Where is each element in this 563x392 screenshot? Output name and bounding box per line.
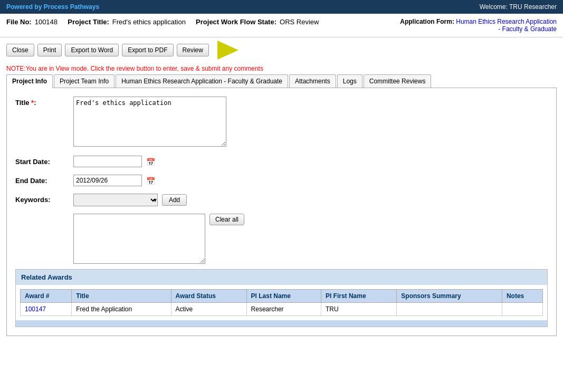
- related-awards-section: Related Awards Award # Title Award Statu…: [15, 269, 548, 327]
- award-status-cell: Active: [171, 303, 246, 316]
- keywords-select[interactable]: [73, 194, 158, 206]
- print-button[interactable]: Print: [37, 44, 62, 56]
- keywords-list-row: Clear all: [73, 214, 548, 264]
- keywords-row: Keywords: ▼ Add: [15, 194, 548, 206]
- tab-attachments[interactable]: Attachments: [289, 74, 336, 88]
- main-content: Title *: Fred's ethics application Start…: [6, 88, 557, 336]
- col-title: Title: [72, 290, 171, 303]
- start-date-row: Start Date: 📅: [15, 156, 548, 167]
- tab-human-ethics[interactable]: Human Ethics Research Application - Facu…: [116, 74, 288, 88]
- powered-by-label: Powered by: [6, 3, 42, 11]
- award-title-cell: Fred the Application: [72, 303, 171, 316]
- notes-cell: [502, 303, 542, 316]
- pi-first-name-cell: TRU: [321, 303, 396, 316]
- project-title-label: Project Title:: [68, 18, 109, 26]
- file-info-right: Application Form: Human Ethics Research …: [400, 18, 557, 33]
- title-row: Title *: Fred's ethics application: [15, 97, 548, 148]
- end-date-row: End Date: 📅: [15, 175, 548, 186]
- keywords-list-textarea[interactable]: [73, 214, 205, 264]
- keyword-input-row: ▼ Add: [73, 194, 548, 206]
- export-word-button[interactable]: Export to Word: [65, 44, 119, 56]
- add-keyword-button[interactable]: Add: [162, 194, 187, 206]
- table-row: 100147 Fred the Application Active Resea…: [21, 303, 543, 316]
- tab-project-info[interactable]: Project Info: [6, 74, 53, 88]
- review-button[interactable]: Review: [177, 44, 209, 56]
- app-form-link[interactable]: Human Ethics Research Application - Facu…: [456, 18, 557, 33]
- toolbar: Close Print Export to Word Export to PDF…: [0, 37, 563, 63]
- col-pi-first-name: PI First Name: [321, 290, 396, 303]
- col-award-no: Award #: [21, 290, 72, 303]
- export-pdf-button[interactable]: Export to PDF: [122, 44, 173, 56]
- tab-committee-reviews[interactable]: Committee Reviews: [364, 74, 432, 88]
- required-marker: *: [31, 99, 34, 107]
- note-text: NOTE:You are in View mode. Click the rev…: [6, 65, 263, 72]
- brand-text: Powered by Process Pathways: [6, 3, 99, 11]
- file-no-label: File No:: [6, 18, 32, 26]
- note-bar: NOTE:You are in View mode. Click the rev…: [0, 63, 563, 74]
- tab-logs[interactable]: Logs: [337, 74, 362, 88]
- awards-table: Award # Title Award Status PI Last Name …: [20, 289, 543, 316]
- brand-name: Process Pathways: [44, 3, 99, 11]
- award-no-link[interactable]: 100147: [25, 305, 46, 313]
- awards-table-header-row: Award # Title Award Status PI Last Name …: [21, 290, 543, 303]
- title-control: Fred's ethics application: [73, 97, 548, 148]
- tabs-container: Project Info Project Team Info Human Eth…: [6, 74, 557, 88]
- arrow-icon: [217, 41, 238, 60]
- col-sponsors: Sponsors Summary: [397, 290, 502, 303]
- workflow-state: ORS Review: [280, 18, 319, 26]
- end-date-calendar-icon[interactable]: 📅: [146, 177, 155, 185]
- end-date-label: End Date:: [15, 175, 73, 185]
- start-date-calendar-icon[interactable]: 📅: [146, 158, 155, 166]
- project-title-value: Fred's ethics application: [112, 18, 186, 26]
- file-no-value: 100148: [35, 18, 58, 26]
- file-info-bar: File No: 100148 Project Title: Fred's et…: [0, 14, 563, 37]
- title-textarea[interactable]: Fred's ethics application: [73, 97, 226, 147]
- col-notes: Notes: [502, 290, 542, 303]
- welcome-text: Welcome: TRU Researcher: [480, 3, 557, 11]
- clear-all-button[interactable]: Clear all: [209, 214, 244, 225]
- awards-table-footer: [16, 320, 547, 327]
- title-label: Title *:: [15, 97, 73, 107]
- end-date-input[interactable]: [73, 175, 142, 186]
- start-date-input[interactable]: [73, 156, 142, 167]
- start-date-label: Start Date:: [15, 156, 73, 166]
- file-info-left: File No: 100148 Project Title: Fred's et…: [6, 18, 319, 26]
- pi-last-name-cell: Researcher: [246, 303, 321, 316]
- app-form-label: Application Form:: [400, 18, 454, 25]
- award-no-cell: 100147: [21, 303, 72, 316]
- related-awards-header: Related Awards: [16, 270, 547, 285]
- keywords-label: Keywords:: [15, 194, 73, 204]
- top-bar: Powered by Process Pathways Welcome: TRU…: [0, 0, 563, 14]
- start-date-control: 📅: [73, 156, 548, 167]
- sponsors-cell: [397, 303, 502, 316]
- workflow-label: Project Work Flow State:: [196, 18, 276, 26]
- close-button[interactable]: Close: [6, 44, 34, 56]
- keywords-control: ▼ Add: [73, 194, 548, 206]
- col-pi-last-name: PI Last Name: [246, 290, 321, 303]
- end-date-control: 📅: [73, 175, 548, 186]
- col-award-status: Award Status: [171, 290, 246, 303]
- tab-project-team-info[interactable]: Project Team Info: [54, 74, 114, 88]
